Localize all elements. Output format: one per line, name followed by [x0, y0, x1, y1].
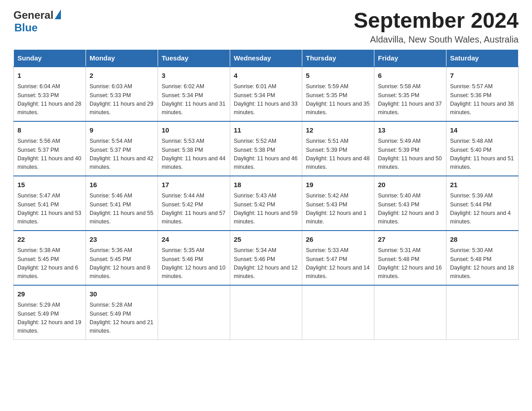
- day-number: 5: [306, 71, 370, 81]
- col-wednesday: Wednesday: [230, 49, 302, 67]
- day-number: 8: [17, 125, 82, 136]
- day-info: Sunrise: 5:59 AMSunset: 5:35 PMDaylight:…: [306, 82, 370, 117]
- day-info: Sunrise: 5:39 AMSunset: 5:44 PMDaylight:…: [450, 192, 515, 227]
- day-info: Sunrise: 5:44 AMSunset: 5:42 PMDaylight:…: [162, 192, 226, 227]
- table-row: 24Sunrise: 5:35 AMSunset: 5:46 PMDayligh…: [158, 231, 230, 285]
- logo-general-text: General: [13, 9, 53, 21]
- col-sunday: Sunday: [14, 49, 86, 67]
- day-info: Sunrise: 5:53 AMSunset: 5:38 PMDaylight:…: [162, 137, 226, 172]
- table-row: 10Sunrise: 5:53 AMSunset: 5:38 PMDayligh…: [158, 121, 230, 176]
- day-number: 6: [378, 71, 442, 81]
- day-number: 18: [234, 180, 298, 190]
- day-info: Sunrise: 6:01 AMSunset: 5:34 PMDaylight:…: [234, 82, 298, 117]
- day-info: Sunrise: 5:48 AMSunset: 5:40 PMDaylight:…: [450, 137, 515, 172]
- table-row: 25Sunrise: 5:34 AMSunset: 5:46 PMDayligh…: [230, 231, 302, 285]
- title-block: September 2024 Aldavilla, New South Wale…: [354, 9, 519, 45]
- day-info: Sunrise: 5:46 AMSunset: 5:41 PMDaylight:…: [90, 192, 154, 227]
- day-info: Sunrise: 5:58 AMSunset: 5:35 PMDaylight:…: [378, 82, 442, 117]
- table-row: [446, 285, 519, 340]
- day-number: 16: [90, 180, 154, 190]
- calendar-week-row: 29Sunrise: 5:29 AMSunset: 5:49 PMDayligh…: [14, 285, 519, 340]
- table-row: 20Sunrise: 5:40 AMSunset: 5:43 PMDayligh…: [374, 176, 446, 231]
- day-number: 22: [17, 235, 82, 245]
- day-number: 19: [306, 180, 370, 190]
- day-number: 3: [162, 71, 226, 81]
- day-number: 7: [450, 71, 515, 81]
- day-number: 27: [378, 235, 442, 245]
- day-number: 26: [306, 235, 370, 245]
- day-info: Sunrise: 5:34 AMSunset: 5:46 PMDaylight:…: [234, 246, 298, 281]
- day-number: 15: [17, 180, 82, 190]
- col-monday: Monday: [86, 49, 158, 67]
- table-row: 26Sunrise: 5:33 AMSunset: 5:47 PMDayligh…: [302, 231, 374, 285]
- logo-blue-text: Blue: [14, 21, 38, 34]
- day-info: Sunrise: 5:52 AMSunset: 5:38 PMDaylight:…: [234, 137, 298, 172]
- table-row: 16Sunrise: 5:46 AMSunset: 5:41 PMDayligh…: [86, 176, 158, 231]
- day-info: Sunrise: 5:47 AMSunset: 5:41 PMDaylight:…: [17, 192, 82, 227]
- calendar-week-row: 8Sunrise: 5:56 AMSunset: 5:37 PMDaylight…: [14, 121, 519, 176]
- col-tuesday: Tuesday: [158, 49, 230, 67]
- table-row: 22Sunrise: 5:38 AMSunset: 5:45 PMDayligh…: [14, 231, 86, 285]
- day-info: Sunrise: 5:38 AMSunset: 5:45 PMDaylight:…: [17, 246, 82, 281]
- table-row: 7Sunrise: 5:57 AMSunset: 5:36 PMDaylight…: [446, 67, 519, 121]
- day-info: Sunrise: 5:42 AMSunset: 5:43 PMDaylight:…: [306, 192, 370, 227]
- day-number: 17: [162, 180, 226, 190]
- day-number: 25: [234, 235, 298, 245]
- day-number: 11: [234, 125, 298, 136]
- table-row: 27Sunrise: 5:31 AMSunset: 5:48 PMDayligh…: [374, 231, 446, 285]
- day-number: 20: [378, 180, 442, 190]
- table-row: 17Sunrise: 5:44 AMSunset: 5:42 PMDayligh…: [158, 176, 230, 231]
- page-header: General Blue September 2024 Aldavilla, N…: [13, 9, 519, 45]
- logo: General Blue: [13, 9, 61, 34]
- day-info: Sunrise: 6:03 AMSunset: 5:33 PMDaylight:…: [90, 82, 154, 117]
- day-info: Sunrise: 5:31 AMSunset: 5:48 PMDaylight:…: [378, 246, 442, 281]
- table-row: 4Sunrise: 6:01 AMSunset: 5:34 PMDaylight…: [230, 67, 302, 121]
- table-row: [158, 285, 230, 340]
- day-number: 21: [450, 180, 515, 190]
- table-row: 8Sunrise: 5:56 AMSunset: 5:37 PMDaylight…: [14, 121, 86, 176]
- day-info: Sunrise: 5:40 AMSunset: 5:43 PMDaylight:…: [378, 192, 442, 227]
- table-row: [230, 285, 302, 340]
- col-thursday: Thursday: [302, 49, 374, 67]
- table-row: 28Sunrise: 5:30 AMSunset: 5:48 PMDayligh…: [446, 231, 519, 285]
- table-row: 1Sunrise: 6:04 AMSunset: 5:33 PMDaylight…: [14, 67, 86, 121]
- table-row: 14Sunrise: 5:48 AMSunset: 5:40 PMDayligh…: [446, 121, 519, 176]
- table-row: 9Sunrise: 5:54 AMSunset: 5:37 PMDaylight…: [86, 121, 158, 176]
- day-number: 1: [17, 71, 82, 81]
- day-info: Sunrise: 5:43 AMSunset: 5:42 PMDaylight:…: [234, 192, 298, 227]
- table-row: 12Sunrise: 5:51 AMSunset: 5:39 PMDayligh…: [302, 121, 374, 176]
- table-row: [374, 285, 446, 340]
- day-number: 2: [90, 71, 154, 81]
- calendar-header-row: Sunday Monday Tuesday Wednesday Thursday…: [14, 49, 519, 67]
- day-info: Sunrise: 5:33 AMSunset: 5:47 PMDaylight:…: [306, 246, 370, 281]
- day-info: Sunrise: 5:57 AMSunset: 5:36 PMDaylight:…: [450, 82, 515, 117]
- day-number: 24: [162, 235, 226, 245]
- table-row: 13Sunrise: 5:49 AMSunset: 5:39 PMDayligh…: [374, 121, 446, 176]
- calendar-week-row: 22Sunrise: 5:38 AMSunset: 5:45 PMDayligh…: [14, 231, 519, 285]
- day-info: Sunrise: 6:02 AMSunset: 5:34 PMDaylight:…: [162, 82, 226, 117]
- day-number: 13: [378, 125, 442, 136]
- logo-triangle-icon: [55, 9, 61, 19]
- day-number: 9: [90, 125, 154, 136]
- table-row: 11Sunrise: 5:52 AMSunset: 5:38 PMDayligh…: [230, 121, 302, 176]
- table-row: 5Sunrise: 5:59 AMSunset: 5:35 PMDaylight…: [302, 67, 374, 121]
- day-info: Sunrise: 5:54 AMSunset: 5:37 PMDaylight:…: [90, 137, 154, 172]
- day-number: 14: [450, 125, 515, 136]
- day-info: Sunrise: 5:28 AMSunset: 5:49 PMDaylight:…: [90, 301, 154, 336]
- day-info: Sunrise: 6:04 AMSunset: 5:33 PMDaylight:…: [17, 82, 82, 117]
- table-row: 30Sunrise: 5:28 AMSunset: 5:49 PMDayligh…: [86, 285, 158, 340]
- calendar-table: Sunday Monday Tuesday Wednesday Thursday…: [13, 49, 519, 340]
- col-saturday: Saturday: [446, 49, 519, 67]
- table-row: 15Sunrise: 5:47 AMSunset: 5:41 PMDayligh…: [14, 176, 86, 231]
- table-row: 19Sunrise: 5:42 AMSunset: 5:43 PMDayligh…: [302, 176, 374, 231]
- day-info: Sunrise: 5:51 AMSunset: 5:39 PMDaylight:…: [306, 137, 370, 172]
- day-number: 10: [162, 125, 226, 136]
- day-info: Sunrise: 5:35 AMSunset: 5:46 PMDaylight:…: [162, 246, 226, 281]
- table-row: 6Sunrise: 5:58 AMSunset: 5:35 PMDaylight…: [374, 67, 446, 121]
- table-row: 21Sunrise: 5:39 AMSunset: 5:44 PMDayligh…: [446, 176, 519, 231]
- table-row: 29Sunrise: 5:29 AMSunset: 5:49 PMDayligh…: [14, 285, 86, 340]
- location-title: Aldavilla, New South Wales, Australia: [354, 34, 519, 45]
- calendar-week-row: 1Sunrise: 6:04 AMSunset: 5:33 PMDaylight…: [14, 67, 519, 121]
- day-info: Sunrise: 5:30 AMSunset: 5:48 PMDaylight:…: [450, 246, 515, 281]
- day-info: Sunrise: 5:56 AMSunset: 5:37 PMDaylight:…: [17, 137, 82, 172]
